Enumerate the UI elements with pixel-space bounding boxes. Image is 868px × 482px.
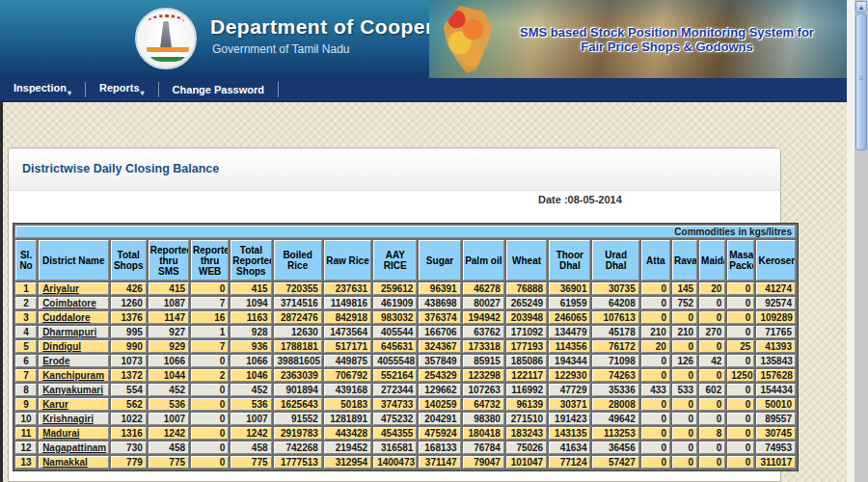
cell-value: 995: [111, 326, 147, 338]
stock-table: Commodities in kgs/litres Sl. NoDistrict…: [13, 223, 799, 471]
cell-value: 114356: [549, 340, 590, 353]
cell-value: 109289: [756, 311, 796, 324]
cell-value: 1625643: [274, 398, 322, 411]
cell-value: 0: [699, 442, 725, 454]
cell-value: 210: [641, 326, 670, 338]
cell-value: 0: [672, 442, 697, 454]
table-row: 9Karur5625360536162564350183374733140259…: [15, 398, 796, 411]
district-link[interactable]: Coimbatore: [42, 298, 96, 308]
district-link[interactable]: Ariyalur: [42, 283, 79, 294]
cell-district: Ariyalur: [39, 282, 108, 295]
cell-value: 85915: [463, 355, 504, 367]
district-link[interactable]: Karur: [42, 399, 68, 410]
district-link[interactable]: Kanyakumari: [42, 385, 103, 395]
cell-value: 426: [111, 282, 147, 295]
cell-value: 2: [191, 369, 229, 382]
cell-value: 0: [699, 297, 725, 309]
cell-sl-no: 13: [15, 456, 37, 469]
cell-sl-no: 5: [15, 340, 37, 353]
district-link[interactable]: Namakkal: [42, 457, 88, 468]
cell-sl-no: 9: [15, 398, 37, 411]
cell-value: 1376: [111, 311, 147, 324]
cell-value: 554: [111, 384, 147, 396]
chevron-down-icon: ▾: [68, 89, 71, 97]
cell-value: 449875: [324, 355, 371, 367]
district-link[interactable]: Nagapattinam: [42, 442, 106, 453]
cell-value: 107263: [463, 384, 504, 396]
cell-value: 64732: [463, 398, 504, 411]
cell-value: 775: [149, 456, 189, 469]
column-header: Thoor Dhal: [549, 240, 590, 281]
cell-value: 203948: [506, 311, 547, 324]
cell-value: 0: [672, 427, 697, 440]
cell-value: 0: [191, 398, 229, 411]
content-gutter: [847, 0, 854, 482]
cell-value: 16: [191, 311, 229, 324]
cell-value: 96391: [419, 282, 460, 295]
district-link[interactable]: Dindigul: [42, 341, 81, 352]
table-row: 6Erode1073106601066398816054498754055548…: [15, 355, 796, 367]
scrollbar-thumb[interactable]: ≡: [855, 13, 867, 150]
cell-value: 536: [231, 398, 271, 411]
district-link[interactable]: Kanchipuram: [42, 370, 104, 381]
table-row: 2Coimbatore12601087710943714516114981646…: [15, 297, 796, 309]
cell-value: 191423: [549, 413, 590, 425]
cell-sl-no: 12: [15, 442, 37, 454]
cell-district: Madurai: [39, 427, 108, 440]
cell-value: 458: [149, 442, 189, 454]
cell-value: 0: [672, 340, 697, 353]
cell-value: 143135: [549, 427, 590, 440]
cell-value: 775: [231, 456, 271, 469]
cell-value: 49642: [592, 413, 638, 425]
district-link[interactable]: Madurai: [42, 428, 79, 439]
chevron-down-icon: ▾: [141, 89, 145, 97]
cell-value: 1007: [231, 413, 271, 425]
cell-value: 271510: [506, 413, 547, 425]
cell-value: 173318: [463, 340, 504, 353]
cell-value: 3714516: [274, 297, 322, 309]
cell-value: 842918: [324, 311, 371, 324]
district-link[interactable]: Erode: [42, 356, 69, 366]
cell-value: 0: [699, 456, 725, 469]
cell-value: 562: [111, 398, 147, 411]
district-link[interactable]: Krishnagiri: [42, 414, 94, 424]
table-row: 5Dindigul9909297936178818151717164563132…: [15, 340, 796, 353]
cell-value: 30735: [592, 282, 638, 295]
cell-value: 1066: [149, 355, 189, 367]
scroll-up-button[interactable]: ▲: [855, 1, 867, 13]
cell-value: 185086: [506, 355, 547, 367]
cell-value: 42: [699, 355, 725, 367]
menu-item-change-password[interactable]: Change Password: [159, 84, 278, 95]
cell-value: 1260: [111, 297, 147, 309]
cell-value: 50010: [756, 398, 796, 411]
cell-value: 311017: [756, 456, 796, 469]
vertical-scrollbar[interactable]: ▲ ≡: [854, 0, 868, 482]
cell-value: 752: [672, 297, 697, 309]
cell-value: 0: [672, 413, 697, 425]
menu-item-inspection[interactable]: Inspection▾: [0, 82, 85, 96]
menu-item-reports[interactable]: Reports▾: [86, 82, 158, 96]
cell-value: 1073: [111, 355, 147, 367]
cell-value: 80027: [463, 297, 504, 309]
district-link[interactable]: Cuddalore: [42, 312, 90, 323]
column-header: Urad Dhal: [592, 240, 638, 281]
cell-value: 272344: [373, 384, 417, 396]
cell-value: 0: [191, 442, 229, 454]
cell-value: 415: [231, 282, 271, 295]
cell-value: 0: [641, 369, 670, 382]
cell-value: 96139: [506, 398, 547, 411]
column-header: Maida: [699, 240, 725, 281]
cell-value: 50183: [324, 398, 371, 411]
cell-value: 47729: [549, 384, 590, 396]
column-header: Raw Rice: [324, 240, 371, 281]
cell-value: 2919783: [274, 427, 322, 440]
report-date: Date :08-05-2014: [538, 194, 622, 205]
cell-value: 452: [149, 384, 189, 396]
cell-value: 20: [699, 282, 725, 295]
district-link[interactable]: Dharmapuri: [42, 327, 96, 337]
cell-value: 79047: [463, 456, 504, 469]
cell-value: 552164: [373, 369, 417, 382]
cell-value: 1087: [149, 297, 189, 309]
column-header: Reported thru SMS: [149, 240, 189, 281]
cell-value: 89557: [756, 413, 796, 425]
